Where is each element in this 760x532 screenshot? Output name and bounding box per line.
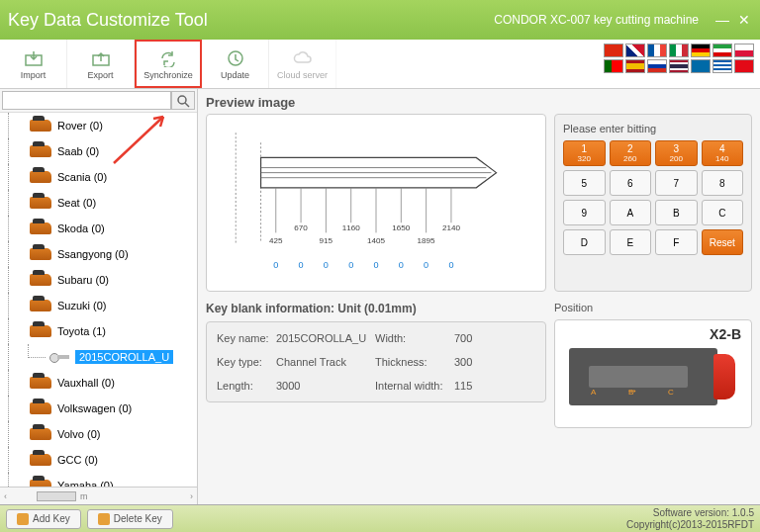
tree-item-selected[interactable]: 2015COROLLA_U [0,344,197,370]
car-icon [30,402,51,414]
bitting-key-8[interactable]: 8 [702,170,744,196]
flag-pt[interactable] [604,59,623,73]
flag-th[interactable] [669,59,689,73]
width-value: 700 [454,332,535,344]
bitting-key-9[interactable]: 9 [563,200,606,225]
tree-item[interactable]: Skoda (0) [0,216,197,241]
flag-uk[interactable] [625,44,645,57]
search-input[interactable] [2,91,171,110]
bitting-key-e[interactable]: E [610,229,652,255]
tree-item[interactable]: Ssangyong (0) [0,241,197,267]
internal-width-label: Internal width: [375,380,454,392]
toolbar: Import Export Synchronize Update Cloud s… [0,40,760,89]
bitting-key-d[interactable]: D [563,229,606,255]
svg-text:0: 0 [273,260,278,270]
preview-image: 425 670 915 1160 1405 1650 1895 2140 0 0… [206,114,546,292]
bitting-key-reset[interactable]: Reset [702,229,744,255]
flag-es[interactable] [625,59,645,73]
update-button[interactable]: Update [202,40,269,88]
info-title: Key blank information: Unit (0.01mm) [206,302,546,315]
flag-pl[interactable] [734,44,754,57]
flag-it[interactable] [669,44,689,57]
titlebar: Key Data Customize Tool CONDOR XC-007 ke… [0,0,760,40]
svg-text:0: 0 [373,260,378,270]
svg-text:425: 425 [269,236,283,245]
flag-gr[interactable] [712,59,732,73]
export-button[interactable]: Export [67,40,135,88]
synchronize-button[interactable]: Synchronize [135,40,202,88]
internal-width-value: 115 [454,380,535,392]
bitting-key-a[interactable]: A [610,200,652,225]
flag-ir[interactable] [712,44,732,57]
svg-text:1650: 1650 [392,223,411,232]
tree-item[interactable]: Yamaha (0) [0,473,197,487]
tree-item[interactable]: GCC (0) [0,447,197,473]
car-icon [30,377,51,389]
version-text: Software version: 1.0.5 [626,507,754,519]
car-icon [30,145,51,157]
close-button[interactable]: ✕ [736,12,752,28]
thickness-label: Thickness: [375,356,454,368]
cloud-icon [292,48,314,68]
length-label: Length: [217,380,276,392]
tree-item[interactable]: Saab (0) [0,138,197,164]
export-icon [90,48,112,68]
key-icon [49,352,69,362]
tree-item[interactable]: Suzuki (0) [0,293,197,318]
svg-text:1160: 1160 [342,223,361,232]
search-icon [176,94,190,108]
car-icon [30,300,51,311]
h-scrollbar[interactable]: ‹m› [0,487,197,504]
update-icon [225,48,246,68]
clamp-diagram: A B → C [569,348,717,405]
bitting-key-f[interactable]: F [655,229,698,255]
search-button[interactable] [171,91,195,110]
length-value: 3000 [276,380,375,392]
bitting-key-c[interactable]: C [702,200,744,225]
preview-label: Preview image [206,95,752,110]
language-flags [604,44,754,73]
tree-item[interactable]: Seat (0) [0,190,197,216]
bitting-key-4[interactable]: 4140 [702,140,744,166]
tree-item[interactable]: Rover (0) [0,113,197,138]
position-panel: X2-B A B → C [554,319,752,428]
add-icon [17,513,29,525]
bitting-key-2[interactable]: 2260 [610,140,652,166]
keyname-value: 2015COROLLA_U [276,332,375,344]
delete-key-button[interactable]: Delete Key [87,509,173,529]
bitting-panel: Please enter bitting 1320 2260 3200 4140… [554,114,752,292]
svg-text:0: 0 [399,260,404,270]
car-icon [30,197,51,209]
svg-text:1405: 1405 [367,236,386,245]
import-button[interactable]: Import [0,40,67,88]
minimize-button[interactable]: — [714,12,730,28]
flag-tr[interactable] [734,59,754,73]
tree-item-toyota[interactable]: Toyota (1) [0,318,197,344]
import-icon [23,48,45,68]
tree-item[interactable]: Subaru (0) [0,267,197,293]
flag-cn[interactable] [604,44,623,57]
bitting-key-5[interactable]: 5 [563,170,606,196]
bitting-key-b[interactable]: B [655,200,698,225]
flag-se[interactable] [691,59,711,73]
keytype-value: Channel Track [276,356,375,368]
tree-item[interactable]: Vauxhall (0) [0,370,197,396]
tree-item[interactable]: Scania (0) [0,164,197,190]
flag-de[interactable] [691,44,711,57]
flag-ru[interactable] [647,59,667,73]
bitting-key-1[interactable]: 1320 [563,140,606,166]
add-key-button[interactable]: Add Key [6,509,81,529]
position-code: X2-B [710,326,741,342]
tree-item[interactable]: Volvo (0) [0,421,197,447]
app-title: Key Data Customize Tool [8,10,208,31]
cloud-server-button[interactable]: Cloud server [269,40,336,88]
bitting-label: Please enter bitting [563,123,743,134]
bitting-key-7[interactable]: 7 [655,170,698,196]
bitting-key-3[interactable]: 3200 [655,140,698,166]
tree-item[interactable]: Volkswagen (0) [0,396,197,421]
keytype-label: Key type: [217,356,276,368]
flag-fr[interactable] [647,44,667,57]
bitting-key-6[interactable]: 6 [610,170,652,196]
keyname-label: Key name: [217,332,276,344]
vehicle-tree[interactable]: Rover (0) Saab (0) Scania (0) Seat (0) S… [0,113,197,487]
